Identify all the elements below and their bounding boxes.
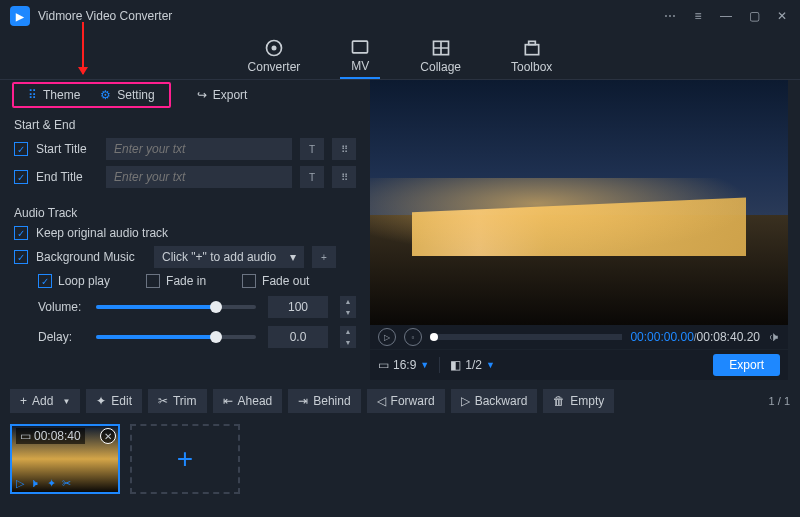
forward-icon: ◁: [377, 394, 386, 408]
seek-bar[interactable]: [430, 334, 622, 340]
subtab-label: Theme: [43, 88, 80, 102]
maximize-icon[interactable]: ▢: [746, 8, 762, 24]
bg-music-checkbox[interactable]: ✓: [14, 250, 28, 264]
volume-stepper[interactable]: ▲▼: [340, 296, 356, 318]
start-title-label: Start Title: [36, 142, 98, 156]
keep-original-checkbox[interactable]: ✓: [14, 226, 28, 240]
start-title-input[interactable]: [106, 138, 292, 160]
close-icon[interactable]: ✕: [774, 8, 790, 24]
start-end-heading: Start & End: [14, 118, 356, 132]
loop-checkbox[interactable]: ✓: [38, 274, 52, 288]
clip-edit-icon[interactable]: ✦: [47, 477, 56, 490]
start-title-checkbox[interactable]: ✓: [14, 142, 28, 156]
chevron-down-icon: ▼: [486, 360, 495, 370]
add-button[interactable]: +Add▼: [10, 389, 80, 413]
tab-label: MV: [351, 59, 369, 73]
tab-label: Collage: [420, 60, 461, 74]
fadein-checkbox[interactable]: [146, 274, 160, 288]
svg-rect-4: [525, 44, 538, 54]
backward-button[interactable]: ▷Backward: [451, 389, 538, 413]
time-display: 00:00:00.00/00:08:40.20: [630, 330, 760, 344]
stop-button[interactable]: ▫: [404, 328, 422, 346]
chevron-down-icon: ▾: [290, 250, 296, 264]
split-select[interactable]: ◧1/2▼: [450, 358, 495, 372]
video-preview[interactable]: [370, 80, 788, 325]
subtab-export[interactable]: ↪ Export: [185, 84, 260, 106]
feedback-icon[interactable]: ⋯: [662, 8, 678, 24]
gear-icon: ⚙: [100, 88, 111, 102]
clip-mute-icon[interactable]: 🕨: [30, 477, 41, 490]
fadeout-checkbox[interactable]: [242, 274, 256, 288]
total-time: 00:08:40.20: [697, 330, 760, 344]
scissors-icon: ✂: [158, 394, 168, 408]
clip-tray: ▭00:08:40 ✕ ▷ 🕨 ✦ ✂ +: [0, 416, 800, 502]
clip-play-icon[interactable]: ▷: [16, 477, 24, 490]
pagination: 1 / 1: [769, 395, 790, 407]
clip-remove-button[interactable]: ✕: [100, 428, 116, 444]
delay-slider[interactable]: [96, 335, 256, 339]
edit-button[interactable]: ✦Edit: [86, 389, 142, 413]
ratio-icon: ▭: [378, 358, 389, 372]
volume-label: Volume:: [38, 300, 86, 314]
menu-icon[interactable]: ≡: [690, 8, 706, 24]
subtab-theme[interactable]: ⠿ Theme: [18, 84, 90, 106]
minimize-icon[interactable]: ―: [718, 8, 734, 24]
end-title-label: End Title: [36, 170, 98, 184]
bg-music-hint: Click "+" to add audio: [162, 250, 276, 264]
clip-thumbnail[interactable]: ▭00:08:40 ✕ ▷ 🕨 ✦ ✂: [10, 424, 120, 494]
clip-trim-icon[interactable]: ✂: [62, 477, 71, 490]
volume-value[interactable]: 100: [268, 296, 328, 318]
delay-stepper[interactable]: ▲▼: [340, 326, 356, 348]
tab-label: Converter: [248, 60, 301, 74]
theme-icon: ⠿: [28, 88, 37, 102]
forward-button[interactable]: ◁Forward: [367, 389, 445, 413]
svg-point-1: [271, 45, 276, 50]
ahead-button[interactable]: ⇤Ahead: [213, 389, 283, 413]
fadeout-label: Fade out: [262, 274, 309, 288]
bg-music-label: Background Music: [36, 250, 146, 264]
start-text-style-button[interactable]: T: [300, 138, 324, 160]
app-title: Vidmore Video Converter: [38, 9, 662, 23]
clip-duration: ▭00:08:40: [16, 428, 85, 444]
delay-label: Delay:: [38, 330, 86, 344]
plus-icon: +: [20, 394, 27, 408]
empty-button[interactable]: 🗑Empty: [543, 389, 614, 413]
annotation-highlight: ⠿ Theme ⚙ Setting: [12, 82, 171, 108]
tab-label: Toolbox: [511, 60, 552, 74]
volume-slider[interactable]: [96, 305, 256, 309]
play-button[interactable]: ▷: [378, 328, 396, 346]
clip-toolbar: +Add▼ ✦Edit ✂Trim ⇤Ahead ⇥Behind ◁Forwar…: [0, 386, 800, 416]
end-text-style-button[interactable]: T: [300, 166, 324, 188]
behind-button[interactable]: ⇥Behind: [288, 389, 360, 413]
chevron-down-icon: ▼: [420, 360, 429, 370]
settings-panel: ⠿ Theme ⚙ Setting ↪ Export Start & End ✓…: [0, 80, 370, 380]
tab-collage[interactable]: Collage: [410, 34, 471, 78]
end-title-input[interactable]: [106, 166, 292, 188]
svg-rect-2: [353, 41, 368, 53]
fadein-label: Fade in: [166, 274, 206, 288]
current-time: 00:00:00.00: [630, 330, 693, 344]
main-tab-bar: Converter MV Collage Toolbox: [0, 32, 800, 80]
start-expand-button[interactable]: ⠿: [332, 138, 356, 160]
end-title-checkbox[interactable]: ✓: [14, 170, 28, 184]
add-audio-button[interactable]: +: [312, 246, 336, 268]
add-clip-button[interactable]: +: [130, 424, 240, 494]
export-icon: ↪: [197, 88, 207, 102]
bg-music-dropdown[interactable]: Click "+" to add audio ▾: [154, 246, 304, 268]
backward-icon: ▷: [461, 394, 470, 408]
trim-button[interactable]: ✂Trim: [148, 389, 207, 413]
ahead-icon: ⇤: [223, 394, 233, 408]
subtab-setting[interactable]: ⚙ Setting: [90, 84, 164, 106]
end-expand-button[interactable]: ⠿: [332, 166, 356, 188]
tab-converter[interactable]: Converter: [238, 34, 311, 78]
subtab-label: Setting: [117, 88, 154, 102]
split-icon: ◧: [450, 358, 461, 372]
tab-toolbox[interactable]: Toolbox: [501, 34, 562, 78]
export-button[interactable]: Export: [713, 354, 780, 376]
wand-icon: ✦: [96, 394, 106, 408]
aspect-ratio-select[interactable]: ▭16:9▼: [378, 358, 429, 372]
delay-value[interactable]: 0.0: [268, 326, 328, 348]
tab-mv[interactable]: MV: [340, 33, 380, 79]
subtab-label: Export: [213, 88, 248, 102]
volume-icon[interactable]: 🕩: [768, 330, 780, 344]
